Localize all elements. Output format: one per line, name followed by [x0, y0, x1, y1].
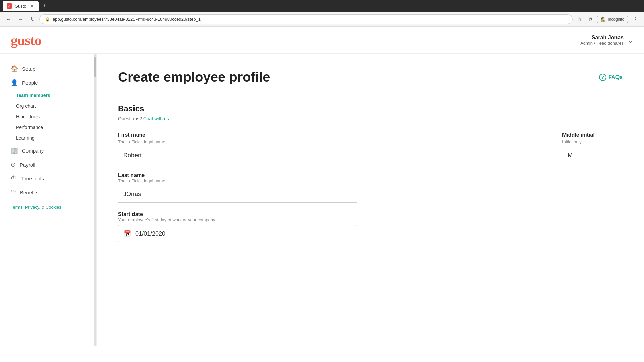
sep1: , [22, 205, 24, 210]
faqs-link[interactable]: ? FAQs [599, 74, 623, 81]
sidebar-label-people: People [22, 80, 38, 86]
org-chart-label: Org chart [16, 103, 36, 109]
sidebar-label-payroll: Payroll [20, 162, 35, 168]
sidebar-subitem-org-chart[interactable]: Org chart [0, 101, 96, 111]
url-text: app.gusto.com/employees/733e04aa-3225-4f… [53, 17, 201, 22]
learning-label: Learning [16, 135, 35, 141]
tab-bar: g Gusto ✕ + [0, 0, 644, 12]
first-name-input[interactable] [118, 147, 551, 164]
new-tab-button[interactable]: + [40, 3, 49, 10]
gusto-logo[interactable]: gusto [11, 32, 41, 48]
sidebar-item-benefits[interactable]: ♡ Benefits [0, 185, 96, 199]
people-icon: 👤 [11, 79, 18, 86]
middle-initial-input[interactable] [562, 147, 623, 164]
sidebar-label-setup: Setup [22, 66, 35, 72]
menu-button[interactable]: ⋮ [631, 15, 640, 24]
start-date-label: Start date [118, 211, 143, 217]
start-date-hint: Your employee's first day of work at you… [118, 217, 623, 222]
start-date-group: Start date Your employee's first day of … [118, 211, 623, 242]
sidebar-subitem-performance[interactable]: Performance [0, 122, 96, 133]
last-name-label: Last name [118, 172, 145, 178]
sidebar-label-company: Company [22, 148, 44, 154]
main-content: Create employee profile ? FAQs Basics Qu… [97, 54, 644, 346]
lock-icon: 🔒 [45, 17, 50, 22]
section-title: Basics [118, 104, 623, 113]
page-title: Create employee profile [118, 70, 270, 85]
sidebar-item-payroll[interactable]: ⊙ Payroll [0, 158, 96, 172]
chevron-down-icon[interactable]: ⌄ [628, 36, 633, 44]
team-members-label: Team members [16, 93, 50, 98]
nav-extras: ☆ ⧉ 🕵 Incognito ⋮ [575, 15, 640, 24]
page-header: Create employee profile ? FAQs [118, 70, 623, 93]
sidebar-label-time-tools: Time tools [21, 176, 44, 181]
tab-favicon: g [7, 3, 12, 9]
calendar-icon: 📅 [124, 230, 131, 237]
sidebar-item-setup[interactable]: 🏠 Setup [0, 62, 96, 76]
bookmark-button[interactable]: ☆ [575, 15, 584, 24]
chat-link[interactable]: Chat with us [143, 116, 169, 121]
browser-nav: ← → ↻ 🔒 app.gusto.com/employees/733e04aa… [0, 12, 644, 27]
sidebar-item-company[interactable]: 🏢 Company [0, 143, 96, 158]
middle-initial-hint: Initial only. [562, 139, 623, 144]
app-body: 🏠 Setup 👤 People Team members Org chart … [0, 54, 644, 346]
sep2: , & [39, 205, 44, 210]
first-name-group: First name Their official, legal name. [118, 132, 551, 164]
sidebar-item-people[interactable]: 👤 People [0, 76, 96, 90]
performance-label: Performance [16, 125, 43, 130]
questions-text: Questions? Chat with us [118, 116, 623, 121]
last-name-hint: Their official, legal name. [118, 178, 623, 183]
sidebar: 🏠 Setup 👤 People Team members Org chart … [0, 54, 97, 346]
middle-initial-group: Middle initial Initial only. [562, 132, 623, 164]
incognito-icon: 🕵 [601, 17, 606, 22]
first-name-label: First name [118, 132, 551, 138]
scrollbar[interactable] [94, 54, 96, 346]
middle-initial-label: Middle initial [562, 132, 623, 138]
company-icon: 🏢 [11, 147, 18, 154]
faqs-label: FAQs [608, 74, 623, 80]
start-date-value: 01/01/2020 [135, 230, 165, 237]
sidebar-item-time-tools[interactable]: ⏱ Time tools [0, 172, 96, 185]
sidebar-subitem-team-members[interactable]: Team members [0, 90, 96, 101]
user-info: Sarah Jonas Admin • Feed donares [580, 35, 624, 46]
app-header: gusto Sarah Jonas Admin • Feed donares ⌄ [0, 27, 644, 54]
questions-label: Questions? [118, 116, 142, 121]
tab-title: Gusto [15, 4, 26, 9]
incognito-badge[interactable]: 🕵 Incognito [597, 16, 628, 23]
sidebar-subitem-hiring-tools[interactable]: Hiring tools [0, 111, 96, 122]
user-name: Sarah Jonas [580, 35, 624, 41]
cookies-link[interactable]: Cookies [46, 205, 61, 210]
hiring-tools-label: Hiring tools [16, 114, 40, 119]
terms-link[interactable]: Terms [11, 205, 22, 210]
last-name-input[interactable] [118, 186, 357, 203]
user-role: Admin • Feed donares [580, 41, 624, 46]
refresh-button[interactable]: ↻ [28, 15, 37, 24]
tab-close-button[interactable]: ✕ [29, 3, 35, 9]
first-name-hint: Their official, legal name. [118, 139, 551, 144]
faqs-icon: ? [599, 74, 606, 81]
privacy-link[interactable]: Privacy [25, 205, 39, 210]
payroll-icon: ⊙ [11, 161, 16, 168]
sidebar-label-benefits: Benefits [20, 190, 38, 195]
extensions-button[interactable]: ⧉ [587, 15, 594, 24]
start-date-container[interactable]: 📅 01/01/2020 [118, 225, 357, 242]
address-bar[interactable]: 🔒 app.gusto.com/employees/733e04aa-3225-… [39, 14, 573, 24]
time-icon: ⏱ [11, 175, 17, 182]
sidebar-footer: Terms, Privacy, & Cookies [0, 199, 96, 215]
forward-button[interactable]: → [16, 15, 25, 24]
active-tab[interactable]: g Gusto ✕ [3, 1, 39, 11]
home-icon: 🏠 [11, 65, 18, 72]
incognito-label: Incognito [608, 17, 624, 22]
user-menu[interactable]: Sarah Jonas Admin • Feed donares ⌄ [580, 35, 633, 46]
benefits-icon: ♡ [11, 189, 16, 196]
name-row: First name Their official, legal name. M… [118, 132, 623, 164]
sidebar-subitem-learning[interactable]: Learning [0, 133, 96, 143]
back-button[interactable]: ← [4, 15, 13, 24]
last-name-group: Last name Their official, legal name. [118, 172, 623, 203]
